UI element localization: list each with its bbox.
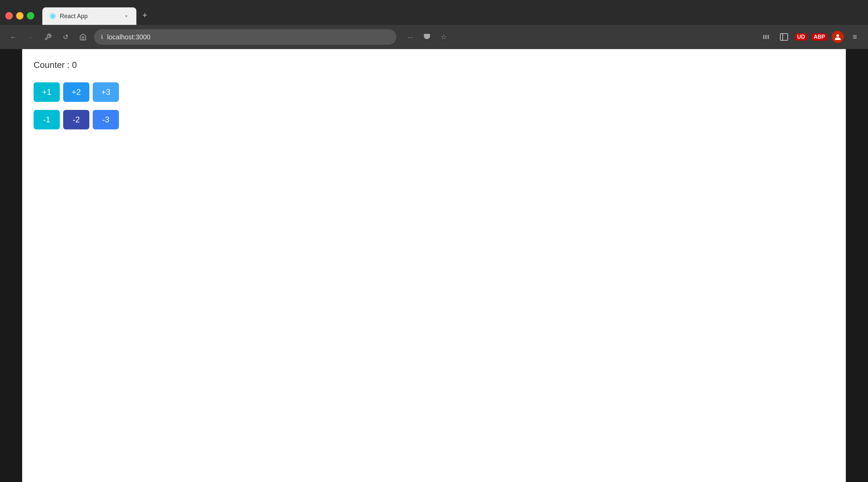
increment-button-row: +1 +2 +3 — [34, 82, 834, 102]
svg-point-10 — [836, 34, 839, 37]
more-button[interactable]: ··· — [404, 31, 416, 43]
decrement-2-button[interactable]: -2 — [63, 110, 89, 129]
nav-right-group: UD ABP ≡ — [760, 31, 861, 43]
tab-favicon — [49, 12, 56, 20]
maximize-window-button[interactable] — [27, 12, 34, 20]
increment-3-button[interactable]: +3 — [93, 82, 119, 102]
forward-button[interactable]: → — [24, 31, 37, 43]
user-avatar[interactable] — [832, 31, 844, 43]
bookmark-button[interactable]: ☆ — [437, 31, 450, 43]
address-text: localhost:3000 — [107, 33, 151, 41]
browser-window: React App × + ← → ↺ ℹ localhost:3000 ··· — [0, 0, 868, 482]
new-tab-button[interactable]: + — [138, 8, 152, 22]
ud-extension[interactable]: UD — [795, 33, 807, 41]
decrement-button-row: -1 -2 -3 — [34, 110, 834, 129]
tools-button[interactable] — [42, 31, 54, 43]
decrement-3-button[interactable]: -3 — [93, 110, 119, 129]
active-tab[interactable]: React App × — [42, 7, 136, 25]
address-info-icon: ℹ — [101, 33, 103, 41]
home-button[interactable] — [76, 31, 89, 43]
address-bar[interactable]: ℹ localhost:3000 — [94, 29, 396, 45]
increment-2-button[interactable]: +2 — [63, 82, 89, 102]
increment-1-button[interactable]: +1 — [34, 82, 60, 102]
tab-close-button[interactable]: × — [123, 13, 130, 20]
tab-title: React App — [60, 13, 120, 20]
counter-display: Counter : 0 — [34, 60, 834, 70]
nav-extras: ··· ☆ — [404, 31, 450, 43]
traffic-lights — [5, 12, 34, 20]
page-content: Counter : 0 +1 +2 +3 -1 -2 -3 — [22, 49, 846, 482]
sidebar-button[interactable] — [778, 31, 790, 43]
abp-extension[interactable]: ABP — [812, 33, 827, 41]
menu-button[interactable]: ≡ — [848, 31, 861, 43]
pocket-button[interactable] — [421, 31, 433, 43]
minimize-window-button[interactable] — [16, 12, 24, 20]
app-body: Counter : 0 +1 +2 +3 -1 -2 -3 — [22, 49, 846, 482]
decrement-1-button[interactable]: -1 — [34, 110, 60, 129]
library-button[interactable] — [760, 31, 773, 43]
svg-rect-8 — [780, 34, 788, 40]
back-button[interactable]: ← — [7, 31, 20, 43]
tab-bar: React App × + — [0, 0, 868, 25]
close-window-button[interactable] — [5, 12, 13, 20]
refresh-button[interactable]: ↺ — [59, 31, 72, 43]
navigation-bar: ← → ↺ ℹ localhost:3000 ··· ☆ — [0, 25, 868, 49]
